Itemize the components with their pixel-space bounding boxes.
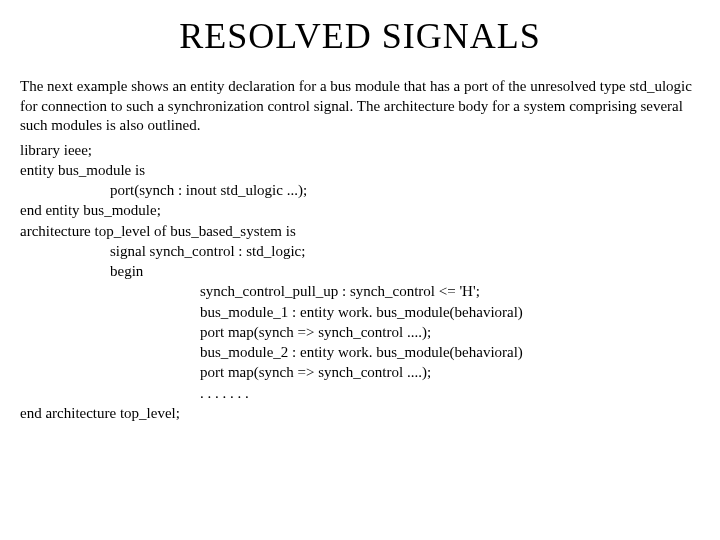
code-line: signal synch_control : std_logic; (20, 241, 700, 261)
code-line: bus_module_2 : entity work. bus_module(b… (20, 342, 700, 362)
code-line: end entity bus_module; (20, 200, 700, 220)
page-title: RESOLVED SIGNALS (20, 15, 700, 57)
code-line: port map(synch => synch_control ....); (20, 362, 700, 382)
code-line: . . . . . . . (20, 383, 700, 403)
code-line: entity bus_module is (20, 160, 700, 180)
code-block: library ieee; entity bus_module is port(… (20, 140, 700, 424)
code-line: end architecture top_level; (20, 403, 700, 423)
code-line: bus_module_1 : entity work. bus_module(b… (20, 302, 700, 322)
intro-paragraph: The next example shows an entity declara… (20, 77, 700, 136)
code-line: begin (20, 261, 700, 281)
code-line: synch_control_pull_up : synch_control <=… (20, 281, 700, 301)
code-line: library ieee; (20, 140, 700, 160)
code-line: architecture top_level of bus_based_syst… (20, 221, 700, 241)
code-line: port map(synch => synch_control ....); (20, 322, 700, 342)
code-line: port(synch : inout std_ulogic ...); (20, 180, 700, 200)
